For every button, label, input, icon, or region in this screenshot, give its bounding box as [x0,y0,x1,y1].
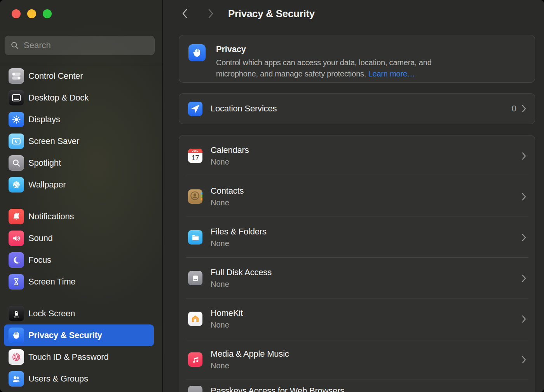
privacy-security-icon [9,328,24,343]
window-controls [0,0,162,18]
calendar-month-label: JUL [188,149,202,153]
sidebar-item-privacy-security[interactable]: Privacy & Security [4,324,154,346]
control-center-icon [9,68,24,84]
row-value: None [211,158,249,167]
location-services-label: Location Services [211,104,277,114]
row-contacts[interactable]: Contacts None [179,176,535,217]
chevron-right-icon [522,315,526,323]
chevron-right-icon [522,152,526,160]
contacts-icon [188,189,202,204]
close-window-button[interactable] [12,9,21,18]
minimize-window-button[interactable] [27,9,36,18]
sidebar-item-label: Screen Saver [28,136,79,146]
desktop-dock-icon [9,90,24,106]
sound-icon [9,231,24,246]
permissions-list-card: JUL 17 Calendars None [179,135,535,392]
privacy-card-title: Privacy [216,44,473,54]
row-value: None [211,280,272,289]
learn-more-link[interactable]: Learn more… [368,69,415,78]
row-value: None [211,239,267,248]
row-files-folders[interactable]: Files & Folders None [179,217,535,258]
sidebar-list: Control Center Desktop & Dock [0,65,162,390]
focus-icon [9,252,24,268]
chevron-right-icon [522,193,526,201]
full-disk-access-icon [188,271,202,285]
calendar-day-label: 17 [188,153,202,163]
search-input[interactable] [23,40,150,51]
location-services-count: 0 [512,104,516,114]
privacy-card-description: Control which apps can access your data,… [216,57,473,80]
wallpaper-icon [9,177,24,193]
sidebar-item-screen-saver[interactable]: Screen Saver [4,130,154,152]
users-groups-icon [9,371,24,387]
sidebar-item-label: Notifications [28,212,74,222]
row-title: HomeKit [211,308,243,318]
sidebar-item-label: Touch ID & Password [28,352,109,362]
chevron-right-icon [522,274,526,282]
sidebar-item-desktop-dock[interactable]: Desktop & Dock [4,87,154,109]
sidebar-item-label: Sound [28,233,53,243]
row-title: Calendars [211,145,249,155]
row-value: None [211,198,244,207]
sidebar-group-gap [0,293,162,303]
location-services-row[interactable]: Location Services 0 [179,93,535,124]
location-services-icon [188,102,202,116]
chevron-right-icon [522,356,526,364]
chevron-right-icon [208,9,214,19]
main-pane: Privacy & Security Privacy Control which… [163,0,544,392]
touch-id-icon [9,349,24,365]
sidebar-item-wallpaper[interactable]: Wallpaper [4,174,154,196]
row-title: Files & Folders [211,227,267,237]
sidebar-group-gap [0,196,162,206]
sidebar-item-focus[interactable]: Focus [4,249,154,271]
chevron-left-icon [182,9,188,19]
row-calendars[interactable]: JUL 17 Calendars None [179,135,535,176]
sidebar-item-users-groups[interactable]: Users & Groups [4,368,154,390]
sidebar-item-label: Wallpaper [28,180,66,190]
chevron-right-icon [522,234,526,241]
sidebar-item-notifications[interactable]: Notifications [4,206,154,227]
sidebar-item-label: Lock Screen [28,309,75,319]
sidebar-item-label: Displays [28,114,60,125]
sidebar-item-lock-screen[interactable]: Lock Screen [4,303,154,324]
row-title: Media & Apple Music [211,349,289,359]
row-passkeys-access[interactable]: Passkeys Access for Web Browsers [179,380,535,392]
sidebar-item-label: Control Center [28,71,83,81]
homekit-icon [188,312,202,326]
displays-icon [9,112,24,127]
chevron-right-icon [522,105,526,113]
sidebar-item-spotlight[interactable]: Spotlight [4,152,154,174]
spotlight-icon [9,155,24,171]
sidebar: Control Center Desktop & Dock [0,0,163,392]
privacy-summary-card: Privacy Control which apps can access yo… [179,35,535,83]
sidebar-item-displays[interactable]: Displays [4,109,154,130]
privacy-hand-icon [188,44,206,61]
back-button[interactable] [182,9,188,19]
sidebar-item-touch-id-password[interactable]: Touch ID & Password [4,346,154,368]
zoom-window-button[interactable] [43,9,52,18]
lock-screen-icon [9,306,24,321]
files-folders-icon [188,230,202,245]
row-homekit[interactable]: HomeKit None [179,298,535,339]
screen-time-icon [9,274,24,290]
sidebar-item-control-center[interactable]: Control Center [4,65,154,87]
screen-saver-icon [9,134,24,149]
system-settings-window: Control Center Desktop & Dock [0,0,544,392]
notifications-icon [9,209,24,224]
row-title: Full Disk Access [211,267,272,278]
navigation-header: Privacy & Security [179,0,535,27]
row-value: None [211,361,289,370]
row-full-disk-access[interactable]: Full Disk Access None [179,258,535,298]
sidebar-item-label: Focus [28,255,51,265]
media-apple-music-icon [188,352,202,367]
sidebar-item-sound[interactable]: Sound [4,227,154,249]
search-field[interactable] [5,36,155,55]
sidebar-item-label: Desktop & Dock [28,93,89,103]
row-title: Passkeys Access for Web Browsers [211,386,344,392]
sidebar-item-label: Users & Groups [28,374,88,384]
forward-button[interactable] [208,9,214,19]
sidebar-item-screen-time[interactable]: Screen Time [4,271,154,293]
sidebar-item-label: Spotlight [28,158,61,168]
row-media-apple-music[interactable]: Media & Apple Music None [179,339,535,380]
sidebar-item-label: Privacy & Security [28,330,102,340]
